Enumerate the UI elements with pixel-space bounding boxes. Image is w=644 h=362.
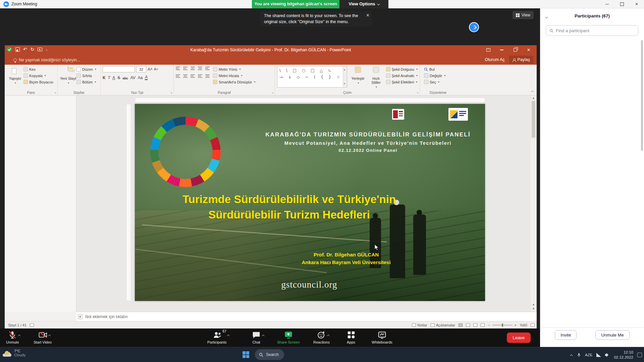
section-button[interactable]: Bölüm▾ [76, 79, 96, 85]
ppt-minimize-button[interactable] [495, 45, 508, 55]
strikethrough-button[interactable]: abc [122, 76, 128, 80]
slideshow-view-button[interactable] [481, 323, 485, 327]
language-indicator[interactable]: AZE [585, 353, 592, 357]
participant-search-box[interactable] [546, 25, 638, 36]
whiteboards-button[interactable]: Whiteboards [372, 331, 392, 344]
sign-in-button[interactable]: Oturum Aç [485, 57, 504, 62]
notification-center-icon[interactable] [637, 353, 642, 357]
arrange-button[interactable]: Yerleştir▾ [350, 66, 366, 89]
reset-button[interactable]: Sıfırla [76, 72, 96, 79]
zoom-slider-thumb[interactable] [502, 323, 503, 327]
notes-pane[interactable]: ▼ Not eklemek için tıklatın [76, 312, 537, 321]
unmute-me-button[interactable]: Unmute Me [595, 330, 629, 340]
network-icon[interactable] [596, 353, 601, 357]
tray-expand-chevron[interactable] [571, 353, 573, 357]
new-slide-button[interactable]: Yeni Slayt▾ [60, 66, 76, 89]
indent-decrease-icon[interactable] [191, 67, 195, 70]
next-gallery-page-button[interactable] [469, 22, 479, 32]
shape-fill-button[interactable]: Şekil Dolgusu▾ [386, 66, 418, 72]
numbering-icon[interactable] [183, 67, 187, 70]
search-input[interactable] [556, 28, 635, 33]
change-case-button[interactable]: Aa [138, 75, 143, 80]
slide-thumbnails-panel[interactable] [5, 96, 76, 312]
reactions-options-chevron[interactable] [327, 335, 330, 337]
normal-view-button[interactable] [459, 323, 463, 327]
taskbar-clock[interactable]: 12:10 02.12.2022 [614, 350, 633, 360]
chat-options-chevron[interactable] [262, 335, 264, 337]
zoom-out-icon[interactable]: − [488, 323, 490, 327]
convert-smartart-button[interactable]: SmartArt'a Dönüştür▾ [213, 79, 255, 85]
align-right-icon[interactable] [191, 74, 195, 78]
shadow-button[interactable]: S [117, 75, 120, 80]
video-options-chevron[interactable] [48, 335, 51, 337]
copy-button[interactable]: Kopyala▾ [23, 72, 53, 79]
fit-to-window-icon[interactable] [531, 323, 535, 327]
layout-button[interactable]: Düzen▾ [76, 66, 96, 72]
scrollbar-thumb[interactable] [532, 101, 535, 138]
bold-button[interactable]: K [103, 75, 106, 80]
unmute-button[interactable]: Unmute [6, 331, 19, 344]
shapes-gallery[interactable]: \ \ □ ○ □ △ ∟ → ↓ ◇ ~ ( { } ☆ [277, 66, 347, 87]
view-options-button[interactable]: View Options [339, 0, 388, 8]
shape-outline-button[interactable]: Şekil Anahattı▾ [386, 72, 418, 79]
text-direction-button[interactable]: Metin Yönü▾ [213, 66, 255, 72]
participants-button[interactable]: 67 Participants [207, 331, 226, 344]
panel-collapse-chevron[interactable] [545, 14, 547, 19]
notes-toggle-button[interactable]: Notlar [412, 323, 427, 327]
slide-sorter-view-button[interactable] [466, 323, 470, 327]
align-center-icon[interactable] [183, 74, 187, 78]
italic-button[interactable]: T [108, 75, 110, 80]
language-icon[interactable] [30, 323, 34, 327]
reading-view-button[interactable] [473, 323, 477, 327]
ribbon-display-options-button[interactable] [482, 45, 495, 55]
ppt-close-button[interactable] [522, 45, 535, 55]
drawing-dialog-launcher[interactable] [416, 91, 419, 94]
cut-button[interactable]: Kes [23, 66, 53, 72]
previous-slide-button[interactable]: ▲ [532, 302, 535, 307]
line-spacing-icon[interactable] [205, 67, 210, 70]
comments-toggle-button[interactable]: Açıklamalar [431, 323, 455, 327]
indent-increase-icon[interactable] [198, 67, 202, 70]
chat-button[interactable]: Chat [252, 331, 260, 344]
font-name-combobox[interactable] [103, 66, 135, 72]
clipboard-dialog-launcher[interactable] [54, 91, 56, 94]
underline-button[interactable]: A [112, 75, 115, 80]
window-minimize-button[interactable] [600, 0, 614, 8]
tell-me-box[interactable]: Ne yapmak istediğinizi söyleyin... [10, 56, 84, 65]
share-screen-button[interactable]: Share Screen [277, 331, 300, 344]
taskbar-search[interactable]: Search [255, 349, 284, 360]
zoom-percentage[interactable]: %60 [520, 323, 527, 327]
grow-font-button[interactable]: A˄ [148, 67, 153, 72]
justify-icon[interactable] [198, 74, 202, 78]
paragraph-dialog-launcher[interactable] [271, 91, 274, 94]
find-button[interactable]: Bul [424, 66, 454, 72]
apps-button[interactable]: Apps [347, 331, 355, 344]
participants-scrollbar[interactable] [641, 40, 643, 151]
notification-close-icon[interactable] [366, 12, 370, 18]
gallery-view-button[interactable]: View [513, 11, 534, 19]
weather-widget[interactable]: 7°CCloudy [3, 349, 25, 357]
select-button[interactable]: Seç▾ [424, 79, 454, 85]
slide-scrollbar[interactable]: ▲ ▲▼ [531, 96, 536, 312]
replace-button[interactable]: Değiştir▾ [424, 72, 454, 79]
zoom-in-icon[interactable]: + [515, 323, 517, 327]
shapes-scrollbar[interactable] [343, 66, 347, 87]
notes-collapse-toggle[interactable]: ▼ [78, 314, 83, 319]
leave-button[interactable]: Leave [507, 333, 531, 343]
window-maximize-button[interactable] [614, 0, 629, 8]
start-button[interactable] [240, 349, 252, 360]
slide-canvas[interactable]: KARABAĞ'DA TURİZMİN SÜRDÜRÜLEBİLİR GELİŞ… [135, 104, 485, 301]
reactions-button[interactable]: Reactions [313, 331, 330, 344]
character-spacing-button[interactable]: AV [130, 75, 136, 80]
volume-icon[interactable] [605, 353, 610, 357]
participants-options-chevron[interactable] [227, 335, 229, 337]
zoom-slider[interactable]: − + [488, 323, 517, 327]
next-slide-button[interactable]: ▼ [532, 307, 535, 311]
start-video-button[interactable]: Start Video [34, 331, 52, 344]
shape-effects-button[interactable]: Şekil Efektleri▾ [386, 79, 418, 85]
font-dialog-launcher[interactable] [170, 91, 172, 94]
columns-icon[interactable] [205, 74, 210, 78]
quick-styles-button[interactable]: Hızlı Stiller▾ [369, 66, 383, 89]
ppt-restore-button[interactable] [508, 45, 522, 55]
collapse-ribbon-button[interactable] [532, 88, 534, 94]
